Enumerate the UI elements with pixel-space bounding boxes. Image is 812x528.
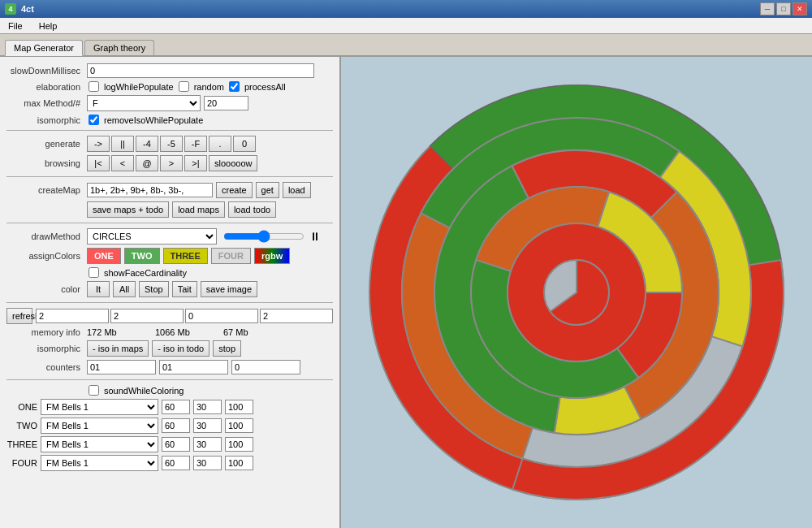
tab-map-generator[interactable]: Map Generator xyxy=(5,40,83,56)
main-content: slowDownMillisec elaboration logWhilePop… xyxy=(0,57,812,528)
inst-one-select[interactable]: FM Bells 1 xyxy=(41,399,158,415)
close-button[interactable]: ✕ xyxy=(793,2,807,15)
log-checkbox[interactable] xyxy=(89,81,99,92)
maximize-button[interactable]: □ xyxy=(776,2,791,15)
counters-row: counters xyxy=(6,360,333,374)
save-maps-btn[interactable]: save maps + todo xyxy=(87,201,169,218)
create-map-row: createMap create get load xyxy=(6,182,333,198)
inst-one-v1[interactable] xyxy=(162,400,190,414)
inst-one-v3[interactable] xyxy=(225,400,253,414)
generate-pause-btn[interactable]: || xyxy=(111,136,134,152)
browse-slow-btn[interactable]: slooooow xyxy=(209,155,257,171)
browsing-row: browsing |< < @ > >| slooooow xyxy=(6,155,333,171)
generate-minus5-btn[interactable]: -5 xyxy=(160,136,183,152)
all-btn[interactable]: All xyxy=(113,281,136,297)
iso-maps-btn[interactable]: - iso in maps xyxy=(87,340,149,357)
color-row: color It All Stop Tait save image xyxy=(6,281,333,297)
counter2-3[interactable] xyxy=(231,360,300,374)
tab-graph-theory[interactable]: Graph theory xyxy=(84,40,154,55)
color-two-btn[interactable]: TWO xyxy=(124,248,160,264)
isomorphic-row: isomorphic removeIsoWhilePopulate xyxy=(6,115,333,125)
load-btn[interactable]: load xyxy=(283,182,311,198)
counter2-2[interactable] xyxy=(159,360,228,374)
max-method-label: max Method/# xyxy=(6,98,84,108)
generate-arrow-btn[interactable]: -> xyxy=(87,136,110,152)
inst-four-v1[interactable] xyxy=(162,456,190,470)
counter2-1[interactable] xyxy=(87,360,156,374)
menu-bar: File Help xyxy=(0,18,812,34)
inst-three-v1[interactable] xyxy=(162,437,190,452)
stop2-btn[interactable]: stop xyxy=(213,340,241,357)
inst-two-v2[interactable] xyxy=(193,418,222,433)
right-panel xyxy=(341,57,812,528)
get-btn[interactable]: get xyxy=(256,182,279,198)
draw-method-slider[interactable] xyxy=(223,230,304,243)
title-bar: 4 4ct ─ □ ✕ xyxy=(0,0,812,18)
assign-colors-row: assignColors ONE TWO THREE FOUR rgbw xyxy=(6,248,333,264)
generate-minus4-btn[interactable]: -4 xyxy=(136,136,158,152)
browse-bar-left-btn[interactable]: |< xyxy=(87,155,110,171)
inst-one-v2[interactable] xyxy=(193,400,222,414)
color-rgbw-btn[interactable]: rgbw xyxy=(254,248,290,264)
max-method-row: max Method/# FAB xyxy=(6,95,333,111)
color-one-btn[interactable]: ONE xyxy=(87,248,121,264)
refresh-info-row: refreshInfo 2 2 0 2 xyxy=(6,308,333,324)
menu-file[interactable]: File xyxy=(3,19,28,32)
inst-two-v1[interactable] xyxy=(162,418,190,433)
counter-3[interactable]: 0 xyxy=(185,309,258,323)
tait-btn[interactable]: Tait xyxy=(172,281,197,297)
inst-three-select[interactable]: FM Bells 1 xyxy=(41,436,158,452)
iso-todo-btn[interactable]: - iso in todo xyxy=(152,340,209,357)
elaboration-label: elaboration xyxy=(6,82,84,92)
app-icon: 4 xyxy=(5,3,16,15)
it-btn[interactable]: It xyxy=(87,281,110,297)
generate-row: generate -> || -4 -5 -F . 0 xyxy=(6,136,333,152)
counters-label: counters xyxy=(6,362,84,372)
color-three-btn[interactable]: THREE xyxy=(163,248,208,264)
sound-checkbox[interactable] xyxy=(89,385,99,396)
menu-help[interactable]: Help xyxy=(34,19,63,32)
instruments-container: ONE FM Bells 1 TWO FM Bells 1 THREE xyxy=(6,399,333,471)
browse-right-btn[interactable]: > xyxy=(160,155,183,171)
browse-left-btn[interactable]: < xyxy=(111,155,134,171)
counter-4[interactable]: 2 xyxy=(260,309,333,323)
draw-method-select[interactable]: CIRCLES PLANAR xyxy=(87,228,217,245)
minimize-button[interactable]: ─ xyxy=(760,2,775,15)
generate-zero-btn[interactable]: 0 xyxy=(233,136,256,152)
tabs-bar: Map Generator Graph theory xyxy=(0,34,812,57)
isomorphic-checkbox[interactable] xyxy=(89,115,99,125)
load-todo-btn[interactable]: load todo xyxy=(228,201,276,218)
generate-minusF-btn[interactable]: -F xyxy=(184,136,207,152)
stop-btn[interactable]: Stop xyxy=(139,281,169,297)
inst-four-select[interactable]: FM Bells 1 xyxy=(41,455,158,471)
process-all-checkbox[interactable] xyxy=(229,81,240,92)
slowdown-input[interactable] xyxy=(87,63,314,78)
browse-at-btn[interactable]: @ xyxy=(136,155,158,171)
draw-method-slider-icon: ⏸ xyxy=(309,230,321,243)
face-cardinality-checkbox[interactable] xyxy=(89,267,99,278)
inst-one-row: ONE FM Bells 1 xyxy=(6,399,333,415)
create-map-input[interactable] xyxy=(87,183,213,197)
create-btn[interactable]: create xyxy=(216,182,253,198)
max-method-select[interactable]: FAB xyxy=(87,95,201,111)
counter-1[interactable]: 2 xyxy=(36,309,109,323)
counter-cells: 2 2 0 2 xyxy=(36,309,333,323)
max-method-num-input[interactable] xyxy=(204,96,248,110)
counter-2[interactable]: 2 xyxy=(110,309,184,323)
inst-three-v3[interactable] xyxy=(225,437,253,452)
inst-three-v2[interactable] xyxy=(193,437,222,452)
mem-3: 67 Mb xyxy=(223,327,288,337)
inst-four-v3[interactable] xyxy=(225,456,253,470)
inst-two-v3[interactable] xyxy=(225,418,253,433)
inst-two-row: TWO FM Bells 1 xyxy=(6,418,333,434)
save-image-btn[interactable]: save image xyxy=(201,281,257,297)
generate-dot-btn[interactable]: . xyxy=(209,136,231,152)
load-maps-btn[interactable]: load maps xyxy=(172,201,225,218)
random-checkbox[interactable] xyxy=(179,81,189,92)
inst-four-v2[interactable] xyxy=(193,456,222,470)
browse-bar-right-btn[interactable]: >| xyxy=(184,155,207,171)
color-four-btn[interactable]: FOUR xyxy=(211,248,251,264)
inst-two-select[interactable]: FM Bells 1 xyxy=(41,418,158,434)
slowdown-row: slowDownMillisec xyxy=(6,63,333,78)
refresh-info-btn[interactable]: refreshInfo xyxy=(6,308,32,324)
